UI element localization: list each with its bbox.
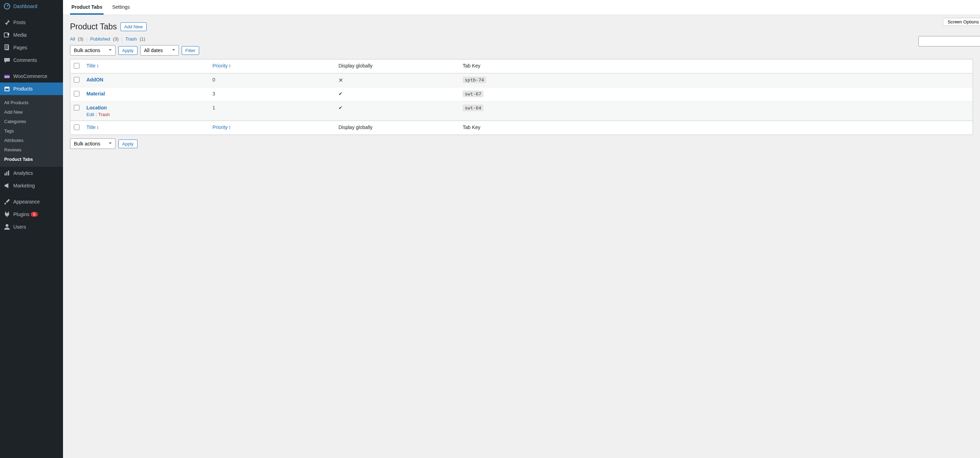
row-actions: Edit|Trash xyxy=(86,112,205,117)
select-all-checkbox-footer[interactable] xyxy=(74,124,80,130)
plug-icon xyxy=(3,211,11,218)
row-tabkey: swt-67 xyxy=(463,90,484,97)
table-row: AddON 0 ✕ sptb-74 xyxy=(70,73,973,87)
title-column-footer[interactable]: Title▲▼ xyxy=(86,124,99,130)
row-tabkey: swt-64 xyxy=(463,105,484,111)
menu-woocommerce[interactable]: woo WooCommerce xyxy=(0,70,63,82)
menu-label: Appearance xyxy=(13,199,40,204)
menu-label: Posts xyxy=(13,20,25,25)
tabkey-column-header: Tab Key xyxy=(463,63,480,68)
sort-icon: ▲▼ xyxy=(229,64,231,68)
svg-rect-4 xyxy=(6,46,9,50)
yes-icon: ✔ xyxy=(339,105,343,111)
date-filter-select[interactable]: All dates xyxy=(140,45,179,55)
top-tab-nav: Product Tabs Settings xyxy=(63,0,980,15)
svg-rect-8 xyxy=(5,88,9,91)
submenu-add-new[interactable]: Add New xyxy=(0,107,63,117)
menu-appearance[interactable]: Appearance xyxy=(0,195,63,208)
menu-marketing[interactable]: Marketing xyxy=(0,179,63,192)
svg-rect-9 xyxy=(5,173,6,176)
menu-label: Comments xyxy=(13,57,37,63)
menu-media[interactable]: Media xyxy=(0,29,63,41)
svg-point-12 xyxy=(6,224,8,227)
search-input[interactable] xyxy=(918,36,980,46)
apply-bulk-button[interactable]: Apply xyxy=(118,46,138,55)
megaphone-icon xyxy=(3,182,11,189)
svg-text:woo: woo xyxy=(4,76,10,78)
brush-icon xyxy=(3,198,11,205)
global-column-header: Display globally xyxy=(339,63,372,68)
menu-label: Pages xyxy=(13,45,27,50)
sort-icon: ▲▼ xyxy=(96,125,99,130)
filter-trash[interactable]: Trash xyxy=(125,36,137,41)
woo-icon: woo xyxy=(3,73,11,80)
page-icon xyxy=(3,44,11,51)
comment-icon xyxy=(3,57,11,63)
svg-point-2 xyxy=(7,33,10,35)
screen-options-button[interactable]: Screen Options xyxy=(943,18,980,26)
row-title-link[interactable]: AddON xyxy=(86,77,103,82)
bulk-action-select-bottom[interactable]: Bulk actions xyxy=(70,138,116,149)
priority-column-footer[interactable]: Priority▲▼ xyxy=(212,124,231,130)
add-new-button[interactable]: Add New xyxy=(120,22,146,31)
submenu-categories[interactable]: Categories xyxy=(0,117,63,126)
tab-settings[interactable]: Settings xyxy=(111,0,131,15)
row-title-link[interactable]: Location xyxy=(86,105,107,111)
no-icon: ✕ xyxy=(339,77,343,83)
filter-published-count: (3) xyxy=(113,36,119,41)
filter-button[interactable]: Filter xyxy=(181,46,199,55)
row-checkbox[interactable] xyxy=(74,91,80,97)
admin-sidebar: Dashboard Posts Media Pages Comments woo… xyxy=(0,0,63,458)
submenu-tags[interactable]: Tags xyxy=(0,126,63,136)
menu-label: Analytics xyxy=(13,170,33,176)
product-tabs-table: Title▲▼ Priority▲▼ Display globally Tab … xyxy=(70,59,973,135)
bulk-action-select[interactable]: Bulk actions xyxy=(70,45,116,55)
menu-products[interactable]: Products xyxy=(0,82,63,95)
row-priority: 0 xyxy=(209,73,335,87)
main-content: Product Tabs Settings Screen Options Pro… xyxy=(63,0,980,458)
apply-bulk-button-bottom[interactable]: Apply xyxy=(118,139,138,148)
submenu-product-tabs[interactable]: Product Tabs xyxy=(0,155,63,164)
row-checkbox[interactable] xyxy=(74,105,80,111)
menu-users[interactable]: Users xyxy=(0,220,63,233)
table-row: Material 3 ✔ swt-67 xyxy=(70,87,973,101)
menu-label: Products xyxy=(13,86,33,92)
row-checkbox[interactable] xyxy=(74,77,80,82)
menu-label: WooCommerce xyxy=(13,73,47,79)
menu-dashboard[interactable]: Dashboard xyxy=(0,0,63,13)
row-priority: 1 xyxy=(209,101,335,121)
pin-icon xyxy=(3,19,11,26)
table-row: Location Edit|Trash 1 ✔ swt-64 xyxy=(70,101,973,121)
menu-plugins[interactable]: Plugins 5 xyxy=(0,208,63,220)
menu-label: Marketing xyxy=(13,183,35,189)
submenu-attributes[interactable]: Attributes xyxy=(0,136,63,145)
menu-label: Plugins xyxy=(13,212,29,217)
page-title: Product Tabs xyxy=(70,22,117,32)
filter-trash-count: (1) xyxy=(140,36,145,41)
tabkey-column-footer: Tab Key xyxy=(463,124,480,130)
filter-all[interactable]: All xyxy=(70,36,75,41)
menu-posts[interactable]: Posts xyxy=(0,16,63,29)
submenu-all-products[interactable]: All Products xyxy=(0,98,63,107)
yes-icon: ✔ xyxy=(339,91,343,97)
row-priority: 3 xyxy=(209,87,335,101)
menu-analytics[interactable]: Analytics xyxy=(0,167,63,179)
row-title-link[interactable]: Material xyxy=(86,91,105,97)
sort-icon: ▲▼ xyxy=(96,64,99,68)
select-all-checkbox[interactable] xyxy=(74,63,80,68)
menu-pages[interactable]: Pages xyxy=(0,41,63,54)
priority-column-header[interactable]: Priority▲▼ xyxy=(212,63,231,68)
title-column-header[interactable]: Title▲▼ xyxy=(86,63,99,68)
tab-product-tabs[interactable]: Product Tabs xyxy=(70,0,103,15)
trash-link[interactable]: Trash xyxy=(99,112,110,117)
sort-icon: ▲▼ xyxy=(229,125,231,130)
plugin-update-badge: 5 xyxy=(31,212,38,217)
menu-label: Dashboard xyxy=(13,3,37,9)
submenu-reviews[interactable]: Reviews xyxy=(0,145,63,155)
row-tabkey: sptb-74 xyxy=(463,76,486,83)
svg-rect-10 xyxy=(6,172,7,176)
menu-comments[interactable]: Comments xyxy=(0,54,63,67)
bulk-actions-bottom: Bulk actions Apply xyxy=(70,138,973,149)
edit-link[interactable]: Edit xyxy=(86,112,94,117)
filter-published[interactable]: Published xyxy=(90,36,110,41)
